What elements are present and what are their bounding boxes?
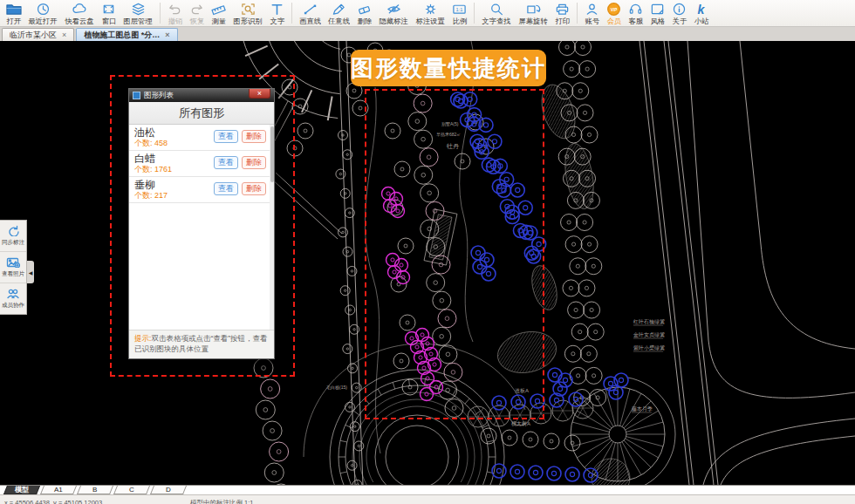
- vip-button[interactable]: VIP会员: [603, 1, 625, 26]
- open-button[interactable]: 打开: [3, 1, 24, 26]
- svg-text:k: k: [698, 2, 706, 16]
- scale-button[interactable]: 1:1比例: [448, 1, 470, 26]
- hide-markup-button[interactable]: 隐藏标注: [375, 1, 412, 26]
- document-tab-label: 植物施工图总图 *分…: [84, 30, 160, 41]
- dialog-close-button[interactable]: ×: [249, 89, 270, 99]
- photo-icon: [6, 256, 20, 268]
- recognition-icon: [240, 2, 256, 17]
- toolbar-separator: [291, 3, 292, 24]
- account-icon: [584, 2, 600, 17]
- style-button[interactable]: 风格: [646, 1, 668, 26]
- markup-settings-button[interactable]: 标注设置: [412, 1, 448, 26]
- delete-button[interactable]: 删除: [353, 1, 375, 26]
- drawing-label: 早熟禾682㎡: [436, 132, 461, 137]
- toolbar-label: 撤销: [168, 17, 182, 24]
- site-button[interactable]: k小站: [690, 1, 712, 26]
- shape-recognition-button[interactable]: 图形识别: [229, 1, 266, 26]
- cloud-drive-button[interactable]: 快看云盘: [61, 1, 98, 26]
- layers-icon: [130, 2, 147, 17]
- window-button[interactable]: 窗口: [98, 1, 120, 26]
- document-tab-1[interactable]: 临沂市某小区×: [2, 28, 74, 41]
- recent-open-button[interactable]: 最近打开: [24, 1, 61, 26]
- print-icon: [554, 2, 571, 17]
- sheet-tab-C[interactable]: C: [113, 486, 150, 494]
- measure-button[interactable]: 测量: [208, 1, 229, 26]
- sheet-tab-A1[interactable]: A1: [40, 486, 77, 494]
- dialog-title: 图形列表: [144, 92, 245, 99]
- sheet-tab-模型[interactable]: 模型: [3, 486, 40, 494]
- freehand-icon: [331, 2, 347, 17]
- about-button[interactable]: 关于: [668, 1, 690, 26]
- account-button[interactable]: 账号: [581, 1, 603, 26]
- drawing-label: 毛白杨(15): [326, 385, 347, 391]
- sheet-tabbar: 模型A1BCD: [0, 485, 855, 494]
- main-toolbar: 打开最近打开快看云盘窗口图层管理撤销恢复测量图形识别文字画直线任意线删除隐藏标注…: [0, 0, 855, 27]
- cad-canvas[interactable]: 别墅A(5)早熟禾682㎡牡丹道板A横大树A毛白杨(15)红叶石楠绿篱金叶女贞绿…: [0, 41, 855, 485]
- graphics-list-dialog: 图形列表 × 所有图形 油松个数: 458查看删除白蜡个数: 1761查看删除垂…: [128, 88, 275, 359]
- toolbar-label: 图形识别: [233, 17, 262, 24]
- toolbar-label: 隐藏标注: [379, 17, 407, 24]
- view-button[interactable]: 查看: [214, 182, 238, 195]
- sheet-tab-B[interactable]: B: [77, 486, 113, 494]
- draw-line-button[interactable]: 画直线: [296, 1, 325, 26]
- cloud-icon: [72, 2, 88, 17]
- toolbar-label: 最近打开: [28, 17, 57, 24]
- toolbar-label: 风格: [650, 17, 665, 24]
- site-icon: k: [693, 2, 709, 17]
- toolbar-label: 账号: [585, 17, 599, 24]
- sync-markup-button[interactable]: 同步标注: [0, 221, 26, 252]
- vip-icon: VIP: [605, 2, 622, 17]
- scrollbar-thumb[interactable]: [270, 126, 274, 182]
- support-button[interactable]: 客服: [625, 1, 646, 26]
- freehand-line-button[interactable]: 任意线: [325, 1, 353, 26]
- redo-button: 恢复: [186, 1, 208, 26]
- text-search-button[interactable]: 文字查找: [478, 1, 515, 26]
- hint-text: 双击表格项或点击“查看”按钮，查看已识别图块的具体位置: [134, 334, 268, 354]
- measure-icon: [210, 2, 227, 17]
- toolbar-label: 删除: [357, 17, 372, 24]
- toolbar-label: 窗口: [101, 17, 116, 24]
- graphics-list-row[interactable]: 垂柳个数: 217查看删除: [129, 177, 274, 203]
- delete-row-button[interactable]: 删除: [242, 156, 266, 169]
- view-button[interactable]: 查看: [214, 156, 238, 169]
- side-button-label: 成员协作: [2, 301, 24, 309]
- toolbar-separator: [577, 3, 578, 24]
- delete-row-button[interactable]: 删除: [242, 182, 266, 195]
- drawing-label: 横大树A: [511, 420, 530, 426]
- text-button[interactable]: 文字: [266, 1, 288, 26]
- graphics-list-row[interactable]: 白蜡个数: 1761查看删除: [129, 151, 274, 177]
- dialog-hint: 提示:双击表格项或点击“查看”按钮，查看已识别图块的具体位置: [129, 330, 274, 359]
- print-button[interactable]: 打印: [551, 1, 573, 26]
- erase-icon: [356, 2, 373, 17]
- dialog-scrollbar[interactable]: [270, 125, 274, 330]
- view-button[interactable]: 查看: [214, 130, 238, 143]
- layer-manager-button[interactable]: 图层管理: [120, 1, 156, 26]
- dialog-app-icon: [133, 92, 140, 99]
- recent-icon: [35, 2, 51, 17]
- sidebar-collapse-handle[interactable]: ◀: [27, 261, 34, 283]
- tab-close-icon[interactable]: ×: [62, 31, 66, 39]
- toolbar-label: 文字查找: [482, 17, 510, 24]
- line-icon: [302, 2, 318, 17]
- tab-close-icon[interactable]: ×: [165, 31, 169, 39]
- toolbar-label: 关于: [672, 17, 687, 24]
- sync-icon: [6, 225, 20, 236]
- drawing-label: 金叶女贞绿篱: [633, 331, 665, 337]
- drawing-label: 别墅A(5): [441, 121, 459, 127]
- delete-row-button[interactable]: 删除: [242, 130, 266, 143]
- redo-icon: [188, 2, 205, 17]
- member-collab-button[interactable]: 成员协作: [0, 283, 26, 314]
- drawing-label: 藤本月季: [632, 405, 653, 412]
- view-photos-button[interactable]: 查看照片: [0, 252, 26, 283]
- hide-markup-icon: [386, 2, 402, 17]
- sheet-tab-D[interactable]: D: [150, 486, 187, 494]
- svg-text:VIP: VIP: [611, 7, 618, 11]
- graphics-list-row[interactable]: 油松个数: 458查看删除: [129, 125, 274, 151]
- document-tab-2[interactable]: 植物施工图总图 *分…×: [76, 28, 177, 41]
- rotate-screen-button[interactable]: 屏幕旋转: [515, 1, 551, 26]
- dialog-titlebar[interactable]: 图形列表 ×: [129, 89, 274, 102]
- toolbar-label: 会员: [606, 17, 621, 24]
- toolbar-label: 图层管理: [123, 17, 152, 24]
- toolbar-label: 小站: [694, 17, 708, 24]
- toolbar-label: 画直线: [299, 17, 321, 24]
